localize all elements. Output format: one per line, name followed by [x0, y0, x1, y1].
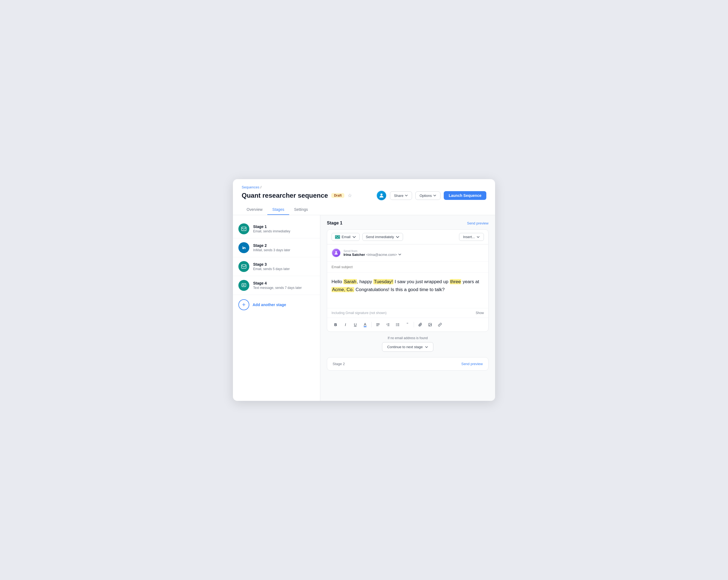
highlight-three: three — [450, 279, 462, 284]
insert-label: Insert... — [463, 235, 475, 239]
svg-point-20 — [396, 325, 396, 326]
share-button[interactable]: Share — [390, 191, 412, 200]
svg-point-4 — [242, 246, 243, 247]
breadcrumb: Sequences / — [242, 185, 486, 189]
send-timing-dropdown[interactable]: Send immediately — [362, 233, 403, 241]
main-content: Stage 1 Send preview Email Send immediat… — [320, 215, 495, 401]
stage2-info: Stage 2 InMail, sends 3 days later — [253, 243, 290, 252]
svg-point-25 — [429, 324, 430, 324]
svg-point-19 — [396, 324, 396, 325]
stage4-name: Stage 4 — [253, 281, 302, 285]
link-button[interactable] — [436, 321, 444, 329]
sidebar-item-stage1[interactable]: Stage 1 Email, sends immediatley — [233, 219, 320, 238]
sidebar-item-stage4[interactable]: Stage 4 Text message, sends 7 days later — [233, 276, 320, 295]
stage1-desc: Email, sends immediatley — [253, 229, 290, 233]
stage3-info: Stage 3 Email, sends 5 days later — [253, 262, 290, 271]
ordered-list-button[interactable]: 1. — [384, 321, 392, 329]
sidebar-item-stage3[interactable]: Stage 3 Email, sends 5 days later — [233, 257, 320, 276]
continue-to-next-stage-button[interactable]: Continue to next stage — [382, 342, 433, 352]
color-button[interactable]: A — [361, 321, 369, 329]
stage2-title: Stage 2 — [333, 362, 345, 366]
title-row: Quant researcher sequence Draft ☆ Share … — [242, 190, 486, 201]
email-type-dropdown[interactable]: Email — [332, 233, 360, 241]
format-toolbar: B I U A 1. " — [327, 318, 488, 332]
tab-stages[interactable]: Stages — [267, 205, 289, 215]
draft-badge: Draft — [331, 193, 344, 198]
breadcrumb-link[interactable]: Sequences — [242, 185, 259, 189]
stage2-send-preview-button[interactable]: Send preview — [461, 362, 483, 366]
send-from-row: Send from Irina Satcher <irina@acme.com> — [327, 244, 488, 262]
stage2-preview: Stage 2 Send preview — [327, 357, 489, 371]
send-preview-button[interactable]: Send preview — [467, 221, 489, 225]
no-email-label: If no email address is found — [388, 336, 428, 340]
send-timing-label: Send immediately — [366, 235, 394, 239]
body-layout: Stage 1 Email, sends immediatley Stage 2… — [233, 215, 495, 401]
stage1-name: Stage 1 — [253, 225, 290, 229]
underline-button[interactable]: U — [351, 321, 359, 329]
highlight-tuesday: Tuesday! — [373, 279, 393, 284]
continue-label-text: Continue to next stage — [387, 345, 423, 349]
email-body[interactable]: Hello Sarah, happy Tuesday! I saw you ju… — [327, 272, 488, 308]
sender-name: Irina Satcher <irina@acme.com> — [343, 253, 401, 257]
chevron-down-icon — [405, 194, 408, 197]
svg-rect-5 — [242, 265, 246, 268]
show-signature-button[interactable]: Show — [476, 311, 484, 315]
signature-row: Including Gmail signature (not shown) Sh… — [327, 308, 488, 318]
stage4-desc: Text message, sends 7 days later — [253, 286, 302, 290]
sms-icon-stage4 — [238, 280, 249, 291]
email-type-icon — [335, 235, 340, 239]
stage1-header: Stage 1 Send preview — [327, 221, 489, 226]
align-button[interactable] — [374, 321, 382, 329]
options-button[interactable]: Options — [415, 191, 440, 200]
send-from-label: Send from — [343, 249, 401, 253]
sms-svg — [241, 283, 246, 288]
tab-overview[interactable]: Overview — [242, 205, 267, 215]
sidebar-item-stage2[interactable]: Stage 2 InMail, sends 3 days later — [233, 238, 320, 257]
quote-button[interactable]: " — [403, 321, 412, 329]
insert-button[interactable]: Insert... — [459, 233, 484, 241]
launch-sequence-button[interactable]: Launch Sequence — [444, 191, 486, 200]
tabs: Overview Stages Settings — [242, 205, 486, 215]
email-icon-stage3 — [238, 261, 249, 272]
signature-label: Including Gmail signature (not shown) — [332, 311, 386, 315]
chevron-down-icon — [396, 235, 399, 239]
star-icon[interactable]: ☆ — [347, 192, 352, 199]
stage1-info: Stage 1 Email, sends immediatley — [253, 225, 290, 233]
stage3-desc: Email, sends 5 days later — [253, 267, 290, 271]
add-stage-label: Add another stage — [253, 302, 286, 307]
stage2-name: Stage 2 — [253, 243, 290, 248]
composer-toolbar: Email Send immediately Insert... — [327, 230, 488, 244]
bold-button[interactable]: B — [332, 321, 340, 329]
svg-rect-6 — [242, 284, 246, 287]
chevron-down-icon — [433, 194, 436, 197]
stage1-title: Stage 1 — [327, 221, 342, 226]
svg-point-18 — [396, 323, 396, 324]
unordered-list-button[interactable] — [393, 321, 402, 329]
svg-point-10 — [335, 251, 337, 253]
linkedin-svg — [241, 245, 246, 251]
chevron-down-icon — [425, 345, 428, 349]
page-title: Quant researcher sequence — [242, 192, 328, 199]
toolbar-separator — [371, 322, 372, 327]
email-icon-stage1 — [238, 223, 249, 234]
sender-avatar — [332, 248, 341, 258]
breadcrumb-separator: / — [261, 185, 262, 189]
chevron-down-icon — [398, 253, 401, 256]
chevron-down-icon — [476, 235, 480, 239]
main-card: Sequences / Quant researcher sequence Dr… — [233, 179, 495, 401]
linkedin-icon-stage2 — [238, 242, 249, 253]
svg-rect-1 — [242, 227, 246, 231]
image-button[interactable] — [426, 321, 434, 329]
stage2-desc: InMail, sends 3 days later — [253, 248, 290, 252]
add-icon: + — [238, 299, 249, 310]
add-another-stage-button[interactable]: + Add another stage — [233, 295, 320, 315]
header-actions: Share Options Launch Sequence — [376, 190, 486, 201]
chevron-down-icon — [352, 235, 356, 239]
stage3-name: Stage 3 — [253, 262, 290, 266]
subject-input[interactable] — [332, 265, 484, 269]
tab-settings[interactable]: Settings — [289, 205, 313, 215]
attachment-button[interactable] — [416, 321, 424, 329]
italic-button[interactable]: I — [341, 321, 349, 329]
toolbar-separator2 — [414, 322, 414, 327]
subject-row — [327, 262, 488, 272]
